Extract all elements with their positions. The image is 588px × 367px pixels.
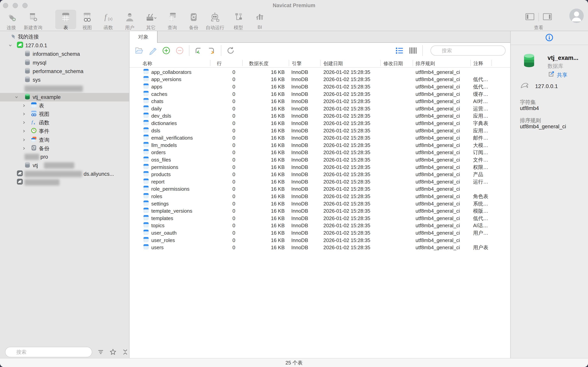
- filter-icon[interactable]: [97, 349, 104, 356]
- table-row[interactable]: topics016 KBInnoDB2026-01-02 15:28:35utf…: [129, 222, 510, 229]
- tab-objects[interactable]: 对象: [129, 31, 158, 43]
- table-row[interactable]: report016 KBInnoDB2026-01-02 15:28:35utf…: [129, 178, 510, 185]
- table-row[interactable]: permissions016 KBInnoDB2026-01-02 15:28:…: [129, 164, 510, 171]
- sidebar-item-db-redacted-vtj[interactable]: vtj: [0, 161, 129, 170]
- info-icon[interactable]: [545, 33, 554, 43]
- sidebar-item-connection-aliyun[interactable]: ds.aliyuncs...: [0, 170, 129, 178]
- share-icon: [547, 71, 554, 79]
- sidebar-item-vtj-backups[interactable]: 备份: [0, 144, 129, 153]
- refresh-button[interactable]: [226, 45, 236, 56]
- chevron-right-icon[interactable]: [22, 128, 26, 134]
- object-search-input[interactable]: [430, 45, 505, 56]
- column-header-rows[interactable]: 行: [217, 60, 222, 67]
- table-row[interactable]: user_oauth016 KBInnoDB2026-01-02 15:28:3…: [129, 229, 510, 237]
- chevron-right-icon[interactable]: [22, 137, 26, 143]
- column-divider[interactable]: [470, 60, 471, 66]
- cell-created-date: 2026-01-02 15:28:35: [323, 69, 370, 75]
- table-row[interactable]: oss_files016 KBInnoDB2026-01-02 15:28:35…: [129, 156, 510, 164]
- column-header-name[interactable]: 名称: [143, 60, 152, 67]
- toggle-left-pane-button[interactable]: [525, 12, 535, 22]
- column-divider[interactable]: [210, 60, 210, 66]
- table-row[interactable]: llm_models016 KBInnoDB2026-01-02 15:28:3…: [129, 142, 510, 149]
- table-row[interactable]: orders016 KBInnoDB2026-01-02 15:28:35utf…: [129, 149, 510, 156]
- sidebar-item-db-information-schema[interactable]: information_schema: [0, 50, 129, 58]
- table-row[interactable]: users016 KBInnoDB2026-01-02 15:28:35utf8…: [129, 244, 510, 251]
- column-divider[interactable]: [320, 60, 321, 66]
- table-row[interactable]: chats016 KBInnoDB2026-01-02 15:28:35utf8…: [129, 98, 510, 105]
- table-row[interactable]: app_collaborators016 KBInnoDB2026-01-02 …: [129, 68, 510, 76]
- column-divider[interactable]: [289, 60, 289, 66]
- table-row[interactable]: dsls016 KBInnoDB2026-01-02 15:28:35utf8m…: [129, 127, 510, 134]
- sidebar-search-input[interactable]: [5, 347, 92, 357]
- column-divider[interactable]: [491, 60, 492, 66]
- table-row[interactable]: template_versions016 KBInnoDB2026-01-02 …: [129, 207, 510, 215]
- export-wizard-button[interactable]: [207, 45, 217, 56]
- sidebar-item-vtj-events[interactable]: 事件: [0, 127, 129, 135]
- sidebar-item-my-connections[interactable]: 我的连接: [0, 33, 129, 41]
- new-table-button[interactable]: [161, 45, 171, 56]
- column-divider[interactable]: [413, 60, 413, 66]
- column-header-created[interactable]: 创建日期: [323, 60, 343, 67]
- import-wizard-button[interactable]: [193, 45, 203, 56]
- cell-rows: 0: [210, 91, 235, 97]
- table-row[interactable]: app_versions016 KBInnoDB2026-01-02 15:28…: [129, 76, 510, 83]
- cell-data-length: 16 KB: [242, 69, 285, 75]
- table-row[interactable]: email_verifications016 KBInnoDB2026-01-0…: [129, 134, 510, 142]
- sidebar-item-db-redacted-1[interactable]: [0, 84, 129, 93]
- table-row[interactable]: roles016 KBInnoDB2026-01-02 15:28:35utf8…: [129, 193, 510, 200]
- table-row[interactable]: products016 KBInnoDB2026-01-02 15:28:35u…: [129, 171, 510, 178]
- cell-table-name: role_permissions: [151, 186, 190, 192]
- sidebar-item-db-vtj-example[interactable]: vtj_example: [0, 93, 129, 101]
- table-row[interactable]: apps016 KBInnoDB2026-01-02 15:28:35utf8m…: [129, 83, 510, 90]
- sidebar-item-vtj-functions[interactable]: fx函数: [0, 118, 129, 127]
- column-header-length[interactable]: 数据长度: [249, 60, 269, 67]
- table-row[interactable]: templates016 KBInnoDB2026-01-02 15:28:35…: [129, 215, 510, 222]
- delete-table-button[interactable]: [175, 45, 185, 56]
- sidebar-item-db-sys[interactable]: sys: [0, 76, 129, 84]
- sidebar-item-db-mysql[interactable]: mysql: [0, 58, 129, 67]
- sidebar-item-connection-127-0-0-1[interactable]: 127.0.0.1: [0, 41, 129, 50]
- favorites-star-icon[interactable]: [109, 348, 117, 357]
- sidebar-item-db-performance-schema[interactable]: performance_schema: [0, 67, 129, 76]
- chevron-down-icon[interactable]: [15, 94, 18, 100]
- cell-collation: utf8mb4_general_ci: [416, 127, 460, 133]
- table-row[interactable]: user_roles016 KBInnoDB2026-01-02 15:28:3…: [129, 237, 510, 244]
- sidebar-item-connection-redacted[interactable]: [0, 178, 129, 187]
- cell-comment: 用户…: [473, 229, 488, 236]
- column-header-collation[interactable]: 排序规则: [416, 60, 435, 67]
- chevron-down-icon[interactable]: [8, 42, 12, 49]
- toggle-right-pane-button[interactable]: [542, 12, 552, 22]
- toolbar-new-query-button[interactable]: 新建查询: [18, 10, 48, 31]
- table-row[interactable]: role_permissions016 KBInnoDB2026-01-02 1…: [129, 185, 510, 193]
- database-icon: [25, 76, 30, 84]
- design-table-button[interactable]: [148, 45, 158, 56]
- column-divider[interactable]: [242, 60, 243, 66]
- column-header-engine[interactable]: 引擎: [292, 60, 302, 67]
- grid-view-button[interactable]: [408, 45, 418, 56]
- column-header-comment[interactable]: 注释: [473, 60, 483, 67]
- cell-engine: InnoDB: [291, 76, 308, 83]
- chevron-right-icon[interactable]: [22, 103, 26, 109]
- table-row[interactable]: settings016 KBInnoDB2026-01-02 15:28:35u…: [129, 200, 510, 208]
- sidebar-item-vtj-tables[interactable]: 表: [0, 101, 129, 110]
- sidebar-item-vtj-views[interactable]: 视图: [0, 110, 129, 118]
- chevron-right-icon[interactable]: [22, 111, 26, 117]
- collapse-all-icon[interactable]: [122, 349, 129, 356]
- table-row[interactable]: daily016 KBInnoDB2026-01-02 15:28:35utf8…: [129, 105, 510, 112]
- column-divider[interactable]: [380, 60, 381, 66]
- chevron-right-icon[interactable]: [22, 120, 26, 126]
- share-button[interactable]: 共享: [547, 71, 567, 79]
- column-header-modified[interactable]: 修改日期: [383, 60, 403, 67]
- chevron-right-icon[interactable]: [22, 146, 26, 152]
- mysql-connection-dark-icon: [17, 179, 23, 186]
- collation-label: 排序规则: [520, 117, 541, 124]
- toolbar-bi-button[interactable]: BI: [245, 10, 274, 30]
- sidebar-item-db-redacted-pro[interactable]: pro: [0, 153, 129, 161]
- table-row[interactable]: caches016 KBInnoDB2026-01-02 15:28:35utf…: [129, 90, 510, 98]
- list-view-button[interactable]: [394, 45, 404, 56]
- open-table-button[interactable]: [134, 45, 144, 56]
- table-row[interactable]: dictionaries016 KBInnoDB2026-01-02 15:28…: [129, 120, 510, 127]
- user-avatar[interactable]: [569, 8, 584, 23]
- table-row[interactable]: dev_dsls016 KBInnoDB2026-01-02 15:28:35u…: [129, 112, 510, 120]
- sidebar-item-vtj-queries[interactable]: 查询: [0, 136, 129, 144]
